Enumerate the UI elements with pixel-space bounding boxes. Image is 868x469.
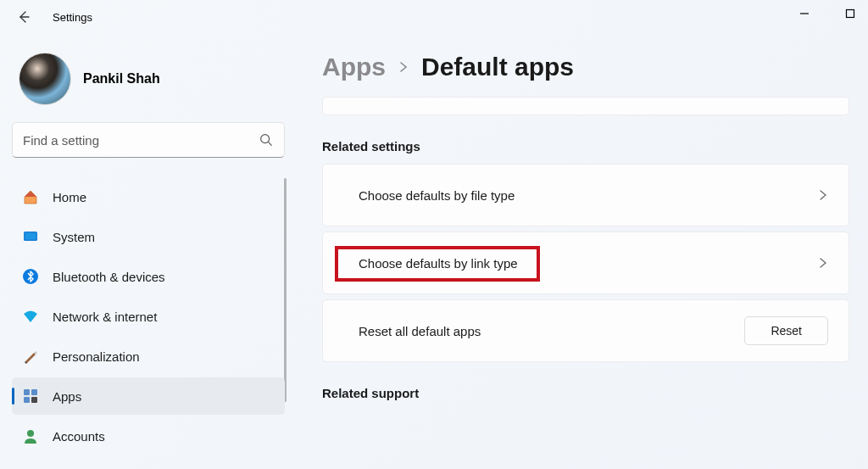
sidebar-item-label: Personalization [53,349,140,364]
chevron-right-icon [818,190,828,200]
sidebar-item-system[interactable]: System [12,218,285,255]
sidebar: Pankil Shah Home System [0,34,297,469]
chevron-right-icon [398,61,409,73]
network-icon [22,308,39,325]
breadcrumb-parent[interactable]: Apps [322,53,386,81]
search-icon [259,132,274,148]
spacer-card [322,97,849,115]
section-header-related-settings: Related settings [322,139,849,154]
window-controls [790,3,865,24]
user-name: Pankil Shah [83,71,160,87]
sidebar-item-label: Accounts [53,429,105,444]
sidebar-item-label: Home [53,190,86,204]
svg-point-9 [27,430,34,437]
apps-icon [22,388,39,405]
breadcrumb: Apps Default apps [322,53,849,81]
sidebar-item-network[interactable]: Network & internet [12,298,285,335]
avatar [19,53,71,105]
back-arrow-icon [17,10,31,24]
svg-rect-0 [847,10,854,18]
nav-list: Home System Bluetooth & devices Network … [12,178,285,455]
reset-default-apps-row: Reset all default apps Reset [322,299,849,362]
sidebar-item-accounts[interactable]: Accounts [12,417,285,455]
sidebar-item-apps[interactable]: Apps [12,377,285,415]
svg-point-1 [261,135,270,143]
card-label: Reset all default apps [359,324,744,338]
title-bar: Settings [0,0,868,34]
svg-rect-7 [24,397,30,403]
chevron-right-icon [818,258,828,268]
breadcrumb-current: Default apps [421,53,574,81]
content-area: Apps Default apps Related settings Choos… [297,34,868,469]
search-box[interactable] [12,122,285,158]
home-icon [22,188,39,205]
back-button[interactable] [10,3,37,31]
sidebar-item-home[interactable]: Home [12,178,285,215]
accounts-icon [22,427,39,444]
bluetooth-icon [22,268,39,285]
user-block[interactable]: Pankil Shah [12,42,285,122]
system-icon [22,228,39,245]
svg-rect-3 [25,233,36,240]
svg-rect-5 [24,389,30,395]
card-label: Choose defaults by link type [359,256,818,271]
reset-button[interactable]: Reset [744,316,828,345]
section-header-related-support: Related support [322,386,849,400]
sidebar-item-personalization[interactable]: Personalization [12,338,285,375]
window-title: Settings [53,11,92,24]
svg-rect-6 [31,389,37,395]
maximize-button[interactable] [836,3,865,24]
search-input[interactable] [23,133,259,148]
choose-defaults-file-type-button[interactable]: Choose defaults by file type [322,164,849,226]
personalization-icon [22,348,39,365]
svg-rect-8 [31,397,37,403]
sidebar-item-label: System [53,230,95,244]
card-label: Choose defaults by file type [359,188,818,203]
sidebar-item-label: Apps [53,389,81,404]
choose-defaults-link-type-button[interactable]: Choose defaults by link type [322,232,849,294]
sidebar-item-bluetooth[interactable]: Bluetooth & devices [12,258,285,295]
maximize-icon [845,8,855,19]
sidebar-item-label: Network & internet [53,310,157,324]
sidebar-item-label: Bluetooth & devices [53,270,165,284]
minimize-icon [799,8,810,19]
minimize-button[interactable] [790,3,819,24]
